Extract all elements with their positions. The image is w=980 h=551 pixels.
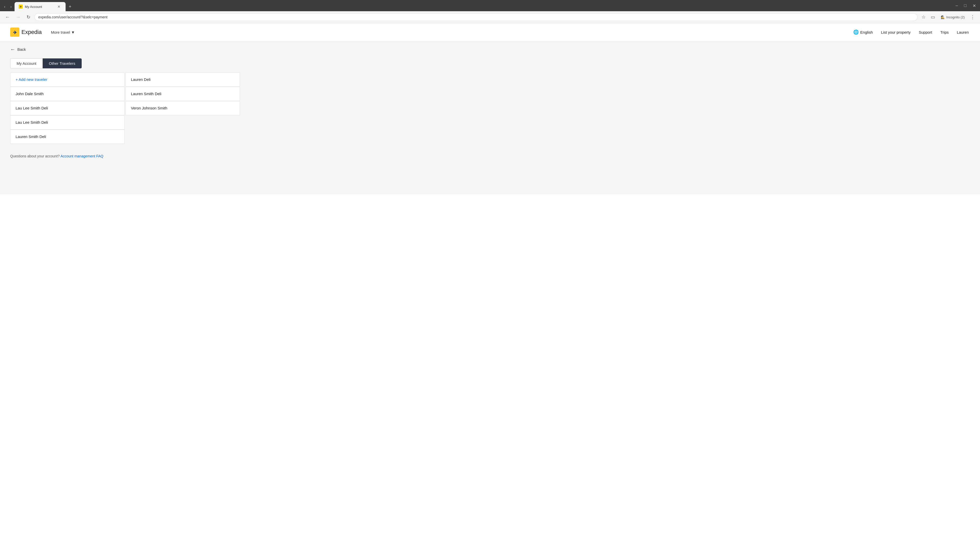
language-button[interactable]: 🌐 English <box>852 27 874 37</box>
tab-my-account[interactable]: My Account <box>10 59 43 68</box>
reload-button[interactable]: ↻ <box>24 13 32 21</box>
trips-label: Trips <box>940 30 949 35</box>
right-column: Lauren Deli Lauren Smith Deli Veron John… <box>126 73 240 144</box>
travelers-grid: + Add new traveler John Dale Smith Lau L… <box>10 73 240 144</box>
new-tab-button[interactable]: + <box>67 3 73 11</box>
traveler-card-0[interactable]: John Dale Smith <box>10 87 124 101</box>
browser-chrome: ‹ › ✈ My Account ✕ + – □ ✕ ← → ↻ expedia… <box>0 0 980 23</box>
forward-nav-button[interactable]: → <box>14 14 22 21</box>
support-label: Support <box>919 30 932 35</box>
header-right: 🌐 English List your property Support Tri… <box>852 27 970 37</box>
window-controls: – □ ✕ <box>953 2 978 11</box>
trips-link[interactable]: Trips <box>939 28 950 37</box>
back-button[interactable]: ← Back <box>10 46 26 52</box>
tab-other-travelers-label: Other Travelers <box>49 61 75 65</box>
traveler-name-1: Lau Lee Smith Deli <box>16 106 48 110</box>
faq-section: Questions about your account? Account ma… <box>10 154 970 158</box>
incognito-icon: 🕵 <box>941 15 945 19</box>
traveler-name-3: Lauren Smith Deli <box>16 135 46 139</box>
bookmark-button[interactable]: ☆ <box>920 13 928 21</box>
expedia-logo-svg: ✈ <box>10 27 19 37</box>
tab-title: My Account <box>25 5 54 9</box>
list-property-link[interactable]: List your property <box>880 28 912 37</box>
maximize-button[interactable]: □ <box>962 2 969 9</box>
split-view-button[interactable]: ▭ <box>929 13 937 21</box>
traveler-card-r0[interactable]: Lauren Deli <box>126 73 240 87</box>
svg-text:✈: ✈ <box>13 30 17 35</box>
traveler-card-1[interactable]: Lau Lee Smith Deli <box>10 101 124 115</box>
close-window-button[interactable]: ✕ <box>970 2 978 9</box>
traveler-name-r2: Veron Johnson Smith <box>131 106 167 110</box>
add-traveler-card[interactable]: + Add new traveler <box>10 73 124 87</box>
traveler-card-r1[interactable]: Lauren Smith Deli <box>126 87 240 101</box>
tab-bar: ‹ › ✈ My Account ✕ + – □ ✕ <box>0 0 980 11</box>
tab-my-account-label: My Account <box>17 61 37 65</box>
logo-text: Expedia <box>21 29 42 35</box>
back-nav-button[interactable]: ← <box>3 14 12 21</box>
site-header: ✈ Expedia More travel ▼ 🌐 English List y… <box>0 23 980 41</box>
traveler-name-r1: Lauren Smith Deli <box>131 92 161 96</box>
more-travel-button[interactable]: More travel ▼ <box>48 28 78 37</box>
user-label: Lauren <box>957 30 969 35</box>
page-body: ← Back My Account Other Travelers + Add … <box>0 41 980 194</box>
support-link[interactable]: Support <box>918 28 933 37</box>
back-arrow-icon: ← <box>10 46 15 52</box>
tabs-container: My Account Other Travelers <box>10 59 970 68</box>
chevron-down-icon: ▼ <box>71 30 75 35</box>
list-property-label: List your property <box>881 30 911 35</box>
traveler-name-2: Lau Lee Smith Deli <box>16 120 48 124</box>
incognito-label: Incognito (2) <box>946 15 965 19</box>
tab-close-button[interactable]: ✕ <box>56 4 62 9</box>
tab-other-travelers[interactable]: Other Travelers <box>43 59 82 68</box>
expedia-logo[interactable]: ✈ Expedia <box>10 27 42 37</box>
logo-mark: ✈ <box>10 27 19 37</box>
traveler-name-0: John Dale Smith <box>16 92 44 96</box>
traveler-card-3[interactable]: Lauren Smith Deli <box>10 130 124 144</box>
address-bar[interactable]: expedia.com/user/account/?&selc=payment <box>35 13 918 21</box>
header-nav: More travel ▼ <box>48 28 78 37</box>
add-traveler-button[interactable]: + Add new traveler <box>16 77 48 82</box>
language-label: English <box>860 30 873 35</box>
more-travel-label: More travel <box>51 30 70 35</box>
menu-button[interactable]: ⋮ <box>968 13 977 21</box>
user-account-link[interactable]: Lauren <box>956 28 970 37</box>
active-tab[interactable]: ✈ My Account ✕ <box>14 2 65 11</box>
tab-forward-button[interactable]: › <box>8 3 14 10</box>
incognito-button[interactable]: 🕵 Incognito (2) <box>938 14 967 20</box>
page-content: ✈ Expedia More travel ▼ 🌐 English List y… <box>0 23 980 551</box>
tab-favicon: ✈ <box>19 5 23 9</box>
browser-toolbar: ← → ↻ expedia.com/user/account/?&selc=pa… <box>0 11 980 23</box>
faq-link[interactable]: Account management FAQ <box>60 154 103 158</box>
faq-question-text: Questions about your account? <box>10 154 60 158</box>
globe-icon: 🌐 <box>853 29 859 35</box>
back-label: Back <box>18 47 26 52</box>
tab-back-button[interactable]: ‹ <box>2 3 7 10</box>
toolbar-actions: ☆ ▭ 🕵 Incognito (2) ⋮ <box>920 13 977 21</box>
left-column: + Add new traveler John Dale Smith Lau L… <box>10 73 124 144</box>
traveler-name-r0: Lauren Deli <box>131 77 151 82</box>
traveler-card-r2[interactable]: Veron Johnson Smith <box>126 101 240 115</box>
add-traveler-label: + Add new traveler <box>16 77 48 82</box>
url-text: expedia.com/user/account/?&selc=payment <box>38 15 914 19</box>
minimize-button[interactable]: – <box>953 2 960 9</box>
traveler-card-2[interactable]: Lau Lee Smith Deli <box>10 115 124 130</box>
